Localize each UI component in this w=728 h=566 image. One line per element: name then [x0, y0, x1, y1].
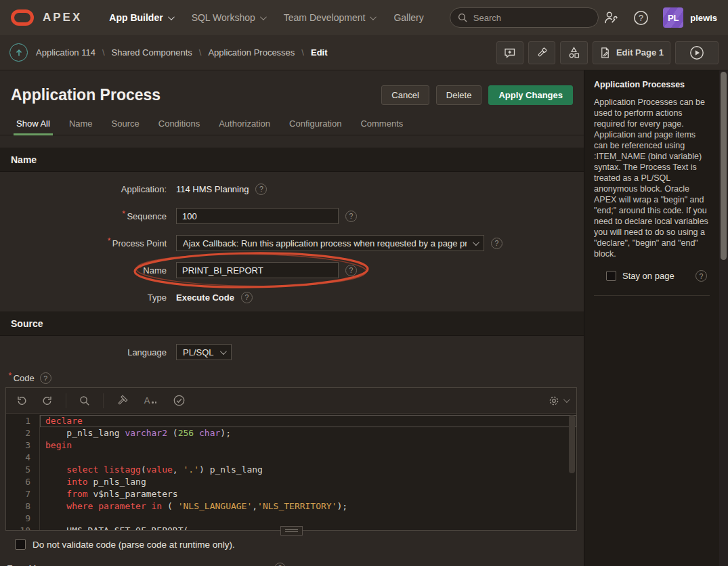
code-editor-body[interactable]: 1declare2 p_nls_lang varchar2 (256 char)…	[6, 414, 576, 530]
user-avatar[interactable]: PL	[663, 7, 683, 28]
tab-conditions[interactable]: Conditions	[149, 112, 209, 135]
stay-on-page-label: Stay on page	[622, 271, 675, 281]
chevron-down-icon	[260, 14, 267, 20]
flashlight-icon	[535, 46, 549, 60]
chevron-down-icon	[219, 348, 226, 355]
hammer-icon[interactable]	[114, 393, 129, 408]
code-line: 2 p_nls_lang varchar2 (256 char);	[6, 427, 576, 439]
required-asterisk: *	[107, 236, 110, 246]
navbar-search	[450, 7, 599, 28]
process-name-row: *Name ?	[0, 262, 584, 278]
brand-apex: APEX	[43, 11, 82, 24]
find-icon[interactable]	[77, 393, 92, 408]
editor-settings[interactable]	[548, 395, 568, 407]
oracle-logo-icon	[11, 9, 34, 26]
help-icon[interactable]: ?	[633, 9, 649, 26]
nav-menu-team-development[interactable]: Team Development	[274, 0, 385, 35]
gear-icon	[548, 395, 560, 407]
resize-grip[interactable]	[280, 526, 303, 536]
process-point-label: *Process Point	[0, 238, 167, 248]
admin-wrench-icon[interactable]	[603, 9, 619, 26]
tab-show-all[interactable]: Show All	[7, 112, 60, 135]
name-section-body: Application: 114 HMS Planning ? *Sequenc…	[0, 172, 584, 316]
line-number: 9	[6, 513, 40, 525]
sequence-row: *Sequence ?	[0, 208, 584, 224]
comment-plus-button[interactable]	[496, 41, 523, 64]
up-arrow-icon[interactable]	[9, 43, 28, 62]
breadcrumb-separator: \	[199, 47, 202, 58]
sequence-label: *Sequence	[0, 211, 167, 221]
validate-checkbox[interactable]	[15, 539, 26, 550]
validate-check-icon[interactable]	[171, 393, 186, 408]
required-asterisk: *	[122, 209, 125, 219]
page-actions: Cancel Delete Apply Changes	[381, 85, 573, 105]
redo-icon[interactable]	[40, 393, 55, 408]
tab-configuration[interactable]: Configuration	[280, 112, 351, 135]
process-point-select[interactable]: Ajax Callback: Run this application proc…	[176, 235, 484, 251]
page-scrollbar-thumb[interactable]	[721, 72, 727, 260]
undo-icon[interactable]	[14, 393, 29, 408]
line-number: 10	[6, 525, 40, 530]
process-name-input[interactable]	[176, 262, 339, 278]
process-point-row: *Process Point Ajax Callback: Run this a…	[0, 235, 584, 251]
search-input[interactable]	[450, 7, 599, 28]
edit-page-button[interactable]: Edit Page 1	[593, 41, 670, 64]
code-line: 6 into p_nls_lang	[6, 476, 576, 488]
sequence-input[interactable]	[176, 208, 339, 224]
cancel-button[interactable]: Cancel	[381, 85, 429, 105]
main-area: Application Process Cancel Delete Apply …	[0, 70, 728, 566]
help-icon[interactable]: ?	[345, 211, 357, 222]
page-scrollbar[interactable]	[719, 70, 728, 566]
code-editor: A 1declare2 p_nls_lang varchar2 (256 cha…	[5, 387, 577, 531]
apex-app-window: APEX App BuilderSQL WorkshopTeam Develop…	[0, 0, 728, 566]
name-section-header: Name	[0, 148, 584, 172]
shared-components-button[interactable]	[560, 41, 588, 64]
nav-menu-sql-workshop[interactable]: SQL Workshop	[182, 0, 274, 35]
help-sidebar: Application Processes Application Proces…	[584, 70, 719, 566]
apply-changes-button[interactable]: Apply Changes	[488, 85, 573, 105]
stay-on-page-checkbox[interactable]	[606, 271, 616, 281]
validate-checkbox-row: Do not validate code (parse code at runt…	[15, 539, 235, 550]
delete-button[interactable]: Delete	[436, 85, 482, 105]
help-icon[interactable]: ?	[241, 292, 253, 303]
run-page-button[interactable]	[675, 41, 719, 64]
tab-source[interactable]: Source	[102, 112, 149, 135]
autocomplete-icon[interactable]: A	[140, 393, 160, 408]
navbar-right: ? PL plewis	[603, 7, 717, 28]
username: plewis	[690, 13, 717, 23]
required-asterisk: *	[8, 371, 12, 380]
breadcrumb-actions: Edit Page 1	[496, 41, 719, 64]
help-icon[interactable]: ?	[695, 270, 707, 282]
help-icon[interactable]: ?	[40, 372, 51, 384]
editor-scrollbar-thumb[interactable]	[569, 415, 575, 473]
nav-menu-app-builder[interactable]: App Builder	[100, 0, 181, 35]
code-line: 9	[6, 513, 576, 525]
top-navbar: APEX App BuilderSQL WorkshopTeam Develop…	[0, 0, 728, 35]
line-number: 2	[6, 427, 40, 439]
help-icon[interactable]: ?	[345, 265, 357, 276]
breadcrumb-item[interactable]: Edit	[311, 47, 328, 58]
tab-name[interactable]: Name	[60, 112, 102, 135]
help-icon[interactable]: ?	[274, 563, 286, 566]
breadcrumb-bar: Application 114\Shared Components\Applic…	[0, 35, 728, 70]
breadcrumb-item[interactable]: Application 114	[36, 47, 95, 58]
application-value: 114 HMS Planning	[176, 184, 249, 194]
application-row: Application: 114 HMS Planning ?	[0, 181, 584, 197]
help-icon[interactable]: ?	[491, 238, 502, 249]
tab-authorization[interactable]: Authorization	[209, 112, 280, 135]
breadcrumb-item[interactable]: Application Processes	[208, 47, 295, 58]
language-select[interactable]: PL/SQL	[176, 344, 232, 360]
line-number: 8	[6, 500, 40, 513]
search-icon	[457, 12, 468, 23]
breadcrumb-item[interactable]: Shared Components	[112, 47, 192, 58]
tab-comments[interactable]: Comments	[351, 112, 412, 135]
code-line: 8 where parameter in ( 'NLS_LANGUAGE','N…	[6, 500, 576, 513]
help-icon[interactable]: ?	[255, 183, 267, 195]
play-icon	[689, 45, 704, 60]
flashlight-button[interactable]	[528, 41, 555, 64]
code-label-row: *Code ?	[8, 372, 51, 384]
edit-form-region: Application Process Cancel Delete Apply …	[0, 70, 584, 566]
toolbar-divider	[66, 393, 66, 408]
nav-menu-gallery[interactable]: Gallery	[384, 0, 433, 35]
required-asterisk: *	[138, 263, 142, 273]
